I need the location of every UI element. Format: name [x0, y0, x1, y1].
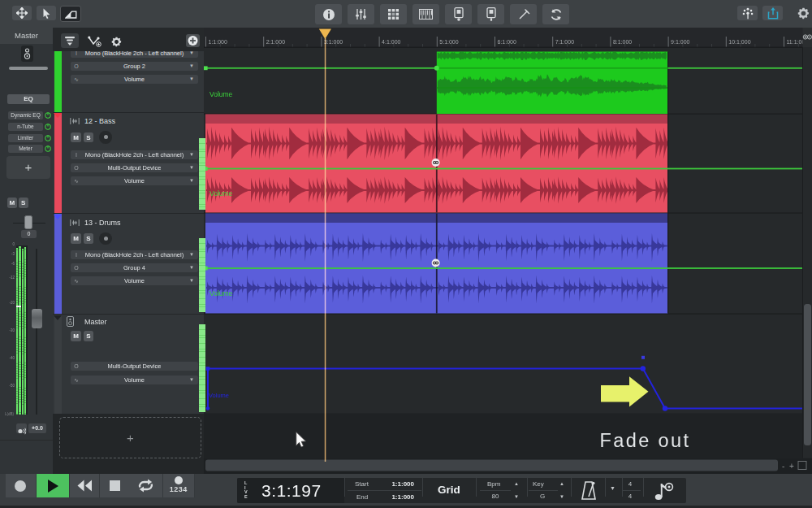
svg-text:10:1:000: 10:1:000	[728, 39, 750, 45]
svg-text:2:1:000: 2:1:000	[266, 39, 285, 45]
svg-text:3:1:000: 3:1:000	[324, 39, 343, 45]
svg-text:Volume: Volume	[209, 392, 229, 399]
svg-text:8:1:000: 8:1:000	[613, 39, 632, 45]
svg-text:7:1:000: 7:1:000	[555, 39, 574, 45]
svg-text:Fade out: Fade out	[600, 430, 691, 451]
svg-text:Volume: Volume	[209, 289, 233, 297]
svg-text:5:1:000: 5:1:000	[439, 39, 458, 45]
svg-text:1:1:000: 1:1:000	[209, 39, 227, 45]
svg-text:-: -	[782, 462, 784, 471]
svg-text:9:1:000: 9:1:000	[671, 39, 689, 45]
svg-text:Volume: Volume	[209, 189, 233, 198]
svg-text:4:1:000: 4:1:000	[382, 39, 400, 45]
svg-text:6:1:000: 6:1:000	[498, 39, 516, 45]
svg-text:+: +	[789, 462, 794, 471]
svg-text:Volume: Volume	[209, 90, 233, 98]
